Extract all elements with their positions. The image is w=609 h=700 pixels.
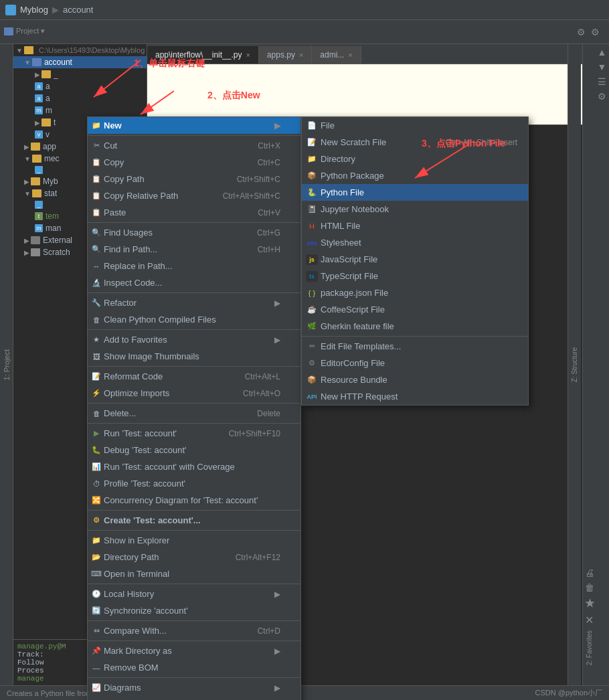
- submenu-item-editorconfig[interactable]: ⚙ EditorConfig File: [302, 355, 528, 371]
- fav-print-icon[interactable]: 🖨: [585, 567, 594, 578]
- submenu-item-json[interactable]: { } package.json File: [302, 284, 528, 301]
- tab-init[interactable]: app\interflow\__init__.py ×: [147, 46, 259, 64]
- submenu-item-ts[interactable]: ts TypeScript File: [302, 268, 528, 284]
- tab-close-icon[interactable]: ×: [246, 51, 250, 59]
- submenu-item-coffee[interactable]: ☕ CoffeeScript File: [302, 301, 528, 318]
- right-up-icon[interactable]: ▲: [598, 47, 607, 58]
- find-path-icon: 🔍: [91, 244, 102, 255]
- thumbnails-icon: 🖼: [91, 351, 102, 362]
- menu-item-optimize[interactable]: ⚡ Optimize Imports Ctrl+Alt+O: [88, 385, 300, 402]
- submenu-item-gherkin[interactable]: 🌿 Gherkin feature file: [302, 318, 528, 335]
- menu-item-create[interactable]: ⚙ Create 'Test: account'...: [88, 512, 300, 529]
- jupyter-icon: 📓: [306, 204, 318, 215]
- myb-folder-icon: [31, 177, 40, 185]
- status-right-text: CSDN @python小厂: [535, 688, 602, 698]
- project-side-label: 1: Project: [3, 349, 11, 380]
- tab-apps-close-icon[interactable]: ×: [299, 51, 303, 59]
- submenu-item-js[interactable]: js JavaScript File: [302, 251, 528, 268]
- right-down-icon[interactable]: ▼: [598, 62, 607, 72]
- tree-item-account-sub2[interactable]: a a: [13, 80, 147, 92]
- menu-item-gist[interactable]: ⊙ Create Gist...: [88, 696, 300, 700]
- fav-star-icon[interactable]: ★: [585, 597, 594, 610]
- submenu-item-jupyter[interactable]: 📓 Jupyter Notebook: [302, 201, 528, 217]
- tab-admin-close-icon[interactable]: ×: [348, 51, 352, 59]
- toolbar-gear-icon[interactable]: ⚙: [577, 27, 586, 37]
- create-icon: ⚙: [91, 515, 102, 526]
- sep1: [88, 135, 300, 136]
- menu-item-inspect[interactable]: 🔬 Inspect Code...: [88, 274, 300, 291]
- menu-item-favorites[interactable]: ★ Add to Favorites ▶: [88, 331, 300, 348]
- right-gear-icon[interactable]: ⚙: [598, 91, 606, 102]
- submenu-item-css[interactable]: css Stylesheet: [302, 234, 528, 251]
- submenu-item-scratch[interactable]: 📝 New Scratch File Ctrl+Alt+Shift+Insert: [302, 134, 528, 151]
- menu-item-profile[interactable]: ⏱ Profile 'Test: account': [88, 475, 300, 492]
- concurrency-icon: 🔀: [91, 495, 102, 506]
- submenu-item-directory[interactable]: 📁 Directory: [302, 151, 528, 167]
- menu-item-copy[interactable]: 📋 Copy Ctrl+C: [88, 154, 300, 171]
- menu-item-new[interactable]: 📁 New ▶: [88, 117, 300, 134]
- root-arrow: ▼: [16, 47, 23, 54]
- submenu-item-package[interactable]: 📦 Python Package: [302, 167, 528, 184]
- fav-x-icon[interactable]: ✕: [585, 614, 594, 626]
- submenu-item-resource[interactable]: 📦 Resource Bundle: [302, 371, 528, 388]
- menu-item-find-path[interactable]: 🔍 Find in Path... Ctrl+H: [88, 241, 300, 258]
- tree-root[interactable]: ▼ Myblog C:\Users\15493\Desktop\Myblog: [13, 44, 147, 56]
- menu-item-copy-rel[interactable]: 📋 Copy Relative Path Ctrl+Alt+Shift+C: [88, 187, 300, 204]
- menu-item-copy-path[interactable]: 📋 Copy Path Ctrl+Shift+C: [88, 171, 300, 187]
- menu-item-replace[interactable]: ↔ Replace in Path...: [88, 258, 300, 274]
- css-icon: css: [306, 238, 318, 248]
- new-icon: 📁: [91, 120, 102, 131]
- menu-item-diagrams[interactable]: 📈 Diagrams ▶: [88, 679, 300, 696]
- copy-path-icon: 📋: [91, 174, 102, 185]
- menu-item-paste[interactable]: 📋 Paste Ctrl+V: [88, 204, 300, 221]
- menu-item-coverage[interactable]: 📊 Run 'Test: account' with Coverage: [88, 458, 300, 475]
- explorer-icon: 📁: [91, 535, 102, 546]
- menu-item-explorer[interactable]: 📁 Show in Explorer: [88, 532, 300, 549]
- sub3-py-icon: a: [35, 94, 43, 102]
- tree-item-account-sub1[interactable]: ▶ _: [13, 68, 147, 80]
- menu-item-thumbnails[interactable]: 🖼 Show Image Thumbnails: [88, 348, 300, 365]
- menu-item-dir-path[interactable]: 📂 Directory Path Ctrl+Alt+F12: [88, 549, 300, 565]
- tree-item-account-sub4[interactable]: m m: [13, 104, 147, 116]
- coffee-icon: ☕: [306, 304, 318, 315]
- tem-icon: t: [35, 212, 43, 220]
- tree-item-account[interactable]: ▼ account: [13, 56, 147, 68]
- tab-apps[interactable]: apps.py ×: [259, 46, 312, 64]
- menu-item-delete[interactable]: 🗑 Delete... Delete: [88, 405, 300, 422]
- menu-item-concurrency[interactable]: 🔀 Concurrency Diagram for 'Test: account…: [88, 492, 300, 509]
- menu-item-refactor[interactable]: 🔧 Refactor ▶: [88, 294, 300, 311]
- root-path: C:\Users\15493\Desktop\Myblog: [39, 46, 145, 54]
- ts-icon: ts: [306, 271, 318, 282]
- toolbar-settings-icon[interactable]: ⚙: [591, 27, 600, 37]
- favorites-menu-icon: ★: [91, 335, 102, 345]
- menu-item-find-usages[interactable]: 🔍 Find Usages Ctrl+G: [88, 224, 300, 241]
- menu-item-compare[interactable]: ⇔ Compare With... Ctrl+D: [88, 622, 300, 639]
- directory-icon: 📁: [306, 154, 318, 165]
- tree-item-account-sub3[interactable]: a a: [13, 92, 147, 104]
- compare-icon: ⇔: [91, 626, 102, 636]
- menu-item-sync[interactable]: 🔄 Synchronize 'account': [88, 602, 300, 619]
- submenu-item-python[interactable]: 🐍 Python File: [302, 184, 528, 201]
- package-icon: 📦: [306, 171, 318, 181]
- right-list-icon[interactable]: ☰: [598, 76, 606, 87]
- sub4-py-icon: m: [35, 106, 43, 114]
- submenu-item-edit-template[interactable]: ✏ Edit File Templates...: [302, 338, 528, 355]
- title-bar: Myblog ▶ account: [0, 0, 609, 20]
- menu-item-terminal[interactable]: ⌨ Open in Terminal: [88, 565, 300, 582]
- menu-item-mark-dir[interactable]: 📌 Mark Directory as ▶: [88, 642, 300, 659]
- refactor-icon: 🔧: [91, 298, 102, 309]
- menu-item-reformat[interactable]: 📝 Reformat Code Ctrl+Alt+L: [88, 368, 300, 385]
- menu-item-remove-bom[interactable]: — Remove BOM: [88, 659, 300, 676]
- menu-item-debug[interactable]: 🐛 Debug 'Test: account': [88, 442, 300, 458]
- tab-admin[interactable]: admi... ×: [312, 46, 361, 64]
- menu-item-history[interactable]: 🕐 Local History ▶: [88, 586, 300, 602]
- account-label: account: [44, 58, 72, 67]
- submenu-item-http[interactable]: API New HTTP Request: [302, 388, 528, 405]
- submenu-item-html[interactable]: H HTML File: [302, 217, 528, 234]
- menu-item-clean[interactable]: 🗑 Clean Python Compiled Files: [88, 311, 300, 328]
- submenu-item-file[interactable]: 📄 File: [302, 117, 528, 134]
- fav-delete-icon[interactable]: 🗑: [585, 582, 594, 593]
- sep8: [88, 510, 300, 511]
- menu-item-run[interactable]: ▶ Run 'Test: account' Ctrl+Shift+F10: [88, 425, 300, 442]
- menu-item-cut[interactable]: ✂ Cut Ctrl+X: [88, 137, 300, 154]
